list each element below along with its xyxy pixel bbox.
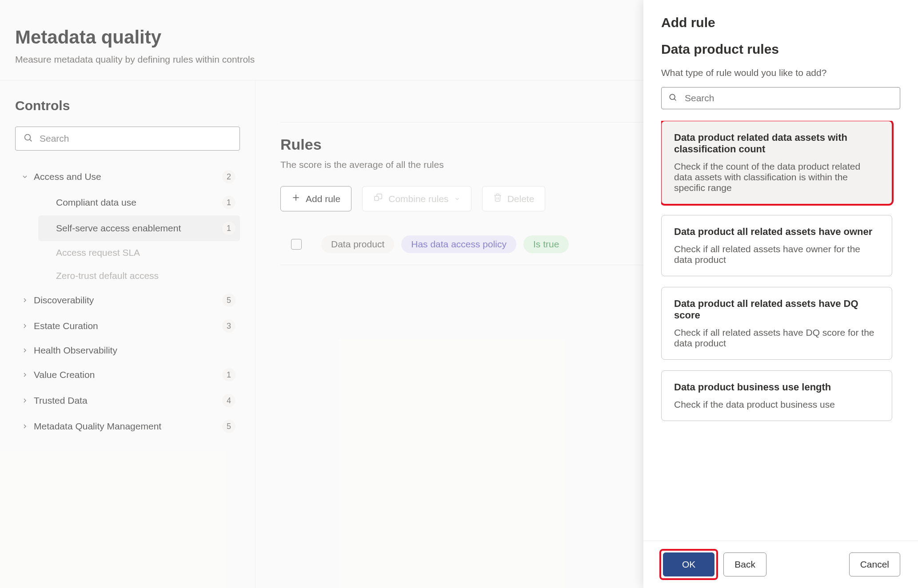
sidebar-item-label: Zero-trust default access bbox=[56, 270, 235, 281]
cancel-button[interactable]: Cancel bbox=[849, 552, 900, 576]
panel-section-title: Data product rules bbox=[661, 42, 900, 57]
add-rule-label: Add rule bbox=[306, 194, 340, 204]
trash-icon bbox=[493, 193, 502, 204]
count-badge: 1 bbox=[222, 196, 235, 209]
count-badge: 2 bbox=[222, 170, 235, 183]
rule-type-title: Data product all related assets have own… bbox=[674, 226, 879, 238]
chevron-right-icon bbox=[20, 347, 30, 354]
sidebar-group[interactable]: Estate Curation3 bbox=[15, 313, 240, 339]
rule-type-title: Data product all related assets have DQ … bbox=[674, 298, 879, 321]
svg-point-5 bbox=[670, 94, 675, 99]
add-rule-button[interactable]: Add rule bbox=[280, 186, 351, 211]
plus-icon bbox=[291, 193, 300, 204]
count-badge: 1 bbox=[222, 368, 235, 381]
cancel-label: Cancel bbox=[860, 559, 889, 570]
panel-footer: OK Back Cancel bbox=[643, 540, 918, 588]
sidebar-item-label: Self-serve access enablement bbox=[56, 223, 222, 234]
rule-type-title: Data product related data assets with cl… bbox=[674, 132, 879, 155]
panel-search-input[interactable] bbox=[661, 87, 900, 109]
count-badge: 5 bbox=[222, 420, 235, 433]
svg-line-6 bbox=[675, 99, 676, 101]
rule-type-card[interactable]: Data product related data assets with cl… bbox=[661, 121, 892, 204]
chevron-right-icon bbox=[20, 322, 30, 330]
panel-question: What type of rule would you like to add? bbox=[661, 68, 900, 78]
sidebar-group[interactable]: Metadata Quality Management5 bbox=[15, 413, 240, 439]
sidebar-group-label: Estate Curation bbox=[34, 321, 222, 331]
controls-search[interactable] bbox=[15, 127, 240, 151]
sidebar-item-label: Compliant data use bbox=[56, 197, 222, 208]
delete-label: Delete bbox=[507, 194, 535, 204]
rule-pill-value: Is true bbox=[523, 235, 569, 253]
rule-type-card[interactable]: Data product business use lengthCheck if… bbox=[661, 370, 892, 421]
panel-search[interactable] bbox=[661, 87, 900, 109]
chevron-right-icon bbox=[20, 423, 30, 430]
rule-type-desc: Check if the data product business use bbox=[674, 399, 879, 410]
panel-title: Add rule bbox=[661, 15, 900, 30]
rule-type-title: Data product business use length bbox=[674, 381, 879, 393]
ok-label: OK bbox=[682, 559, 695, 569]
sidebar-group-label: Metadata Quality Management bbox=[34, 421, 222, 432]
svg-line-1 bbox=[30, 139, 32, 141]
svg-rect-4 bbox=[375, 196, 379, 200]
rule-type-card[interactable]: Data product all related assets have own… bbox=[661, 215, 892, 276]
rule-type-desc: Check if all related assets have DQ scor… bbox=[674, 327, 879, 349]
sidebar-group[interactable]: Value Creation1 bbox=[15, 362, 240, 388]
sidebar-item[interactable]: Compliant data use1 bbox=[38, 190, 240, 215]
sidebar-group[interactable]: Trusted Data4 bbox=[15, 388, 240, 413]
sidebar-group[interactable]: Health Observability bbox=[15, 339, 240, 362]
add-rule-panel: Add rule Data product rules What type of… bbox=[643, 0, 918, 588]
count-badge: 3 bbox=[222, 319, 235, 333]
controls-sidebar: Controls Access and Use2Compliant data u… bbox=[0, 80, 255, 588]
count-badge: 4 bbox=[222, 394, 235, 407]
svg-point-0 bbox=[25, 135, 31, 140]
rule-checkbox[interactable] bbox=[291, 239, 302, 250]
count-badge: 1 bbox=[222, 222, 235, 235]
rule-pill-condition: Has data access policy bbox=[401, 235, 516, 253]
rule-pill-entity: Data product bbox=[321, 235, 394, 253]
sidebar-group-label: Value Creation bbox=[34, 369, 222, 380]
rule-type-desc: Check if the count of the data product r… bbox=[674, 161, 879, 193]
sidebar-group[interactable]: Discoverability5 bbox=[15, 287, 240, 313]
sidebar-group[interactable]: Access and Use2 bbox=[15, 164, 240, 190]
back-label: Back bbox=[734, 559, 755, 570]
sidebar-item[interactable]: Self-serve access enablement1 bbox=[38, 215, 240, 241]
controls-heading: Controls bbox=[15, 98, 240, 113]
chevron-right-icon bbox=[20, 371, 30, 378]
chevron-right-icon bbox=[20, 397, 30, 404]
sidebar-item: Access request SLA bbox=[38, 241, 240, 264]
delete-button: Delete bbox=[482, 186, 546, 211]
combine-rules-button: Combine rules bbox=[362, 186, 471, 211]
chevron-down-icon bbox=[454, 194, 460, 204]
sidebar-item: Zero-trust default access bbox=[38, 264, 240, 287]
chevron-down-icon bbox=[20, 173, 30, 180]
combine-icon bbox=[373, 193, 383, 205]
sidebar-group-label: Access and Use bbox=[34, 171, 222, 182]
back-button[interactable]: Back bbox=[723, 552, 766, 576]
rule-type-card[interactable]: Data product all related assets have DQ … bbox=[661, 287, 892, 360]
search-icon bbox=[668, 93, 677, 103]
chevron-right-icon bbox=[20, 297, 30, 304]
sidebar-item-label: Access request SLA bbox=[56, 247, 235, 258]
search-icon bbox=[23, 133, 33, 144]
rule-type-desc: Check if all related assets have owner f… bbox=[674, 244, 879, 265]
count-badge: 5 bbox=[222, 294, 235, 307]
ok-button[interactable]: OK bbox=[663, 552, 714, 576]
sidebar-group-label: Health Observability bbox=[34, 345, 235, 356]
combine-rules-label: Combine rules bbox=[388, 194, 448, 204]
sidebar-group-label: Trusted Data bbox=[34, 395, 222, 406]
ok-button-highlight: OK bbox=[661, 551, 716, 578]
controls-search-input[interactable] bbox=[15, 127, 240, 151]
sidebar-group-label: Discoverability bbox=[34, 295, 222, 306]
